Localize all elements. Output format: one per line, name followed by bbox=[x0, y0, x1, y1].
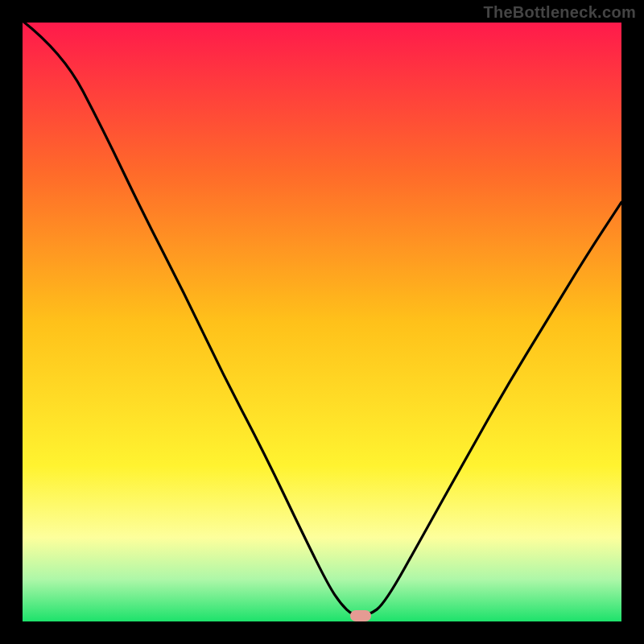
plot-background bbox=[23, 23, 621, 621]
watermark-text: TheBottleneck.com bbox=[483, 3, 636, 22]
bottleneck-chart bbox=[0, 0, 644, 644]
chart-stage: TheBottleneck.com bbox=[0, 0, 644, 644]
optimal-point-marker bbox=[350, 610, 371, 621]
